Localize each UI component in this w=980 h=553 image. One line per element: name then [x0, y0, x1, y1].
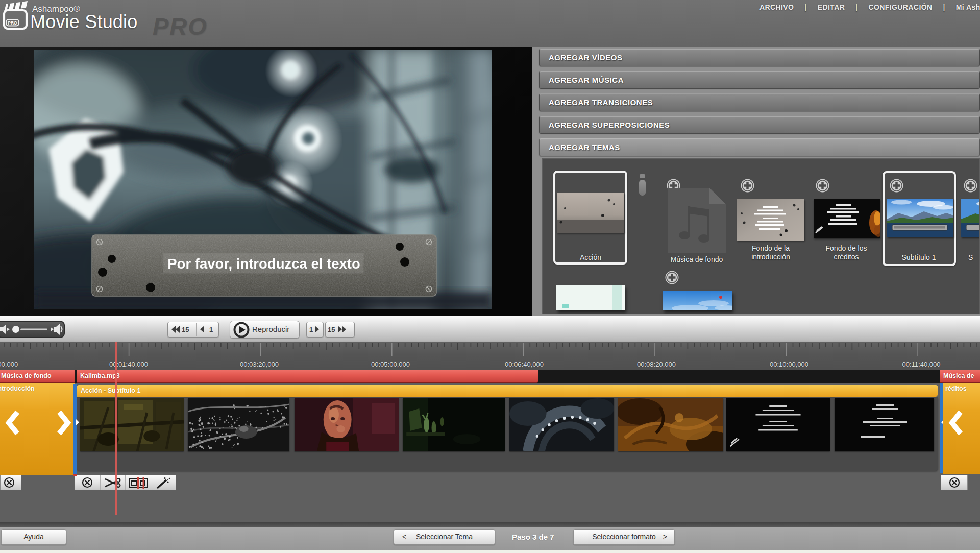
svg-text:1: 1 [309, 326, 313, 333]
svg-text:PRO: PRO [8, 20, 17, 26]
svg-text:15: 15 [328, 326, 335, 333]
svg-text:15: 15 [182, 326, 189, 333]
svg-text:Por favor, introduzca el texto: Por favor, introduzca el texto [167, 256, 360, 272]
svg-text:1: 1 [209, 326, 213, 333]
